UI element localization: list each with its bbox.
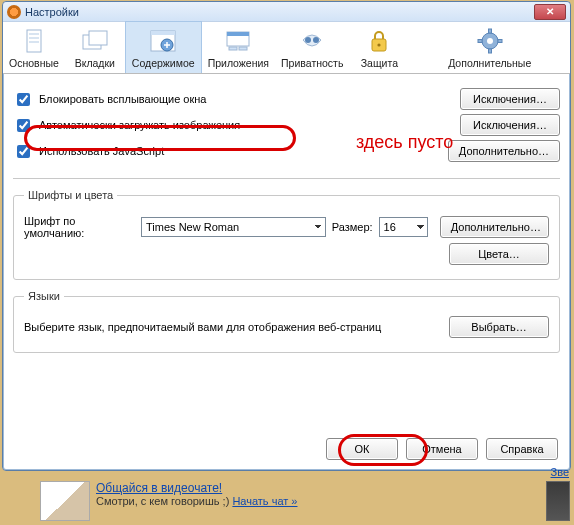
tab-label: Приватность xyxy=(281,57,343,69)
tab-advanced[interactable]: Дополнительные xyxy=(409,22,570,73)
tab-applications[interactable]: Приложения xyxy=(202,22,275,73)
default-font-select[interactable]: Times New Roman xyxy=(141,217,326,237)
dialog-footer: ОК Отмена Справка xyxy=(326,438,558,460)
help-button[interactable]: Справка xyxy=(486,438,558,460)
auto-images-option[interactable]: Автоматически загружать изображения xyxy=(13,116,240,135)
choose-language-button[interactable]: Выбрать… xyxy=(449,316,549,338)
colors-button[interactable]: Цвета… xyxy=(449,243,549,265)
content-panel: Блокировать всплывающие окна Исключения…… xyxy=(3,74,570,371)
window-title: Настройки xyxy=(25,6,534,18)
group-languages: Языки Выберите язык, предпочитаемый вами… xyxy=(13,290,560,353)
ad-block: Общайся в видеочате! Смотри, с кем говор… xyxy=(40,481,540,521)
default-font-label: Шрифт по умолчанию: xyxy=(24,215,135,239)
hint-empty-here: здесь пусто xyxy=(356,132,453,153)
svg-rect-20 xyxy=(488,49,491,53)
tab-security[interactable]: Защита xyxy=(349,22,409,73)
block-popups-option[interactable]: Блокировать всплывающие окна xyxy=(13,90,206,109)
fonts-advanced-button[interactable]: Дополнительно… xyxy=(440,216,549,238)
lock-icon xyxy=(363,27,395,55)
advanced-js-button[interactable]: Дополнительно… xyxy=(448,140,560,162)
ok-button[interactable]: ОК xyxy=(326,438,398,460)
tab-label: Дополнительные xyxy=(415,57,564,69)
langs-legend: Языки xyxy=(24,290,64,302)
svg-point-16 xyxy=(378,43,381,46)
javascript-label: Использовать JavaScript xyxy=(39,145,164,157)
tabs-icon xyxy=(79,27,111,55)
tab-label: Основные xyxy=(9,57,59,69)
svg-rect-21 xyxy=(478,40,482,43)
svg-rect-22 xyxy=(498,40,502,43)
svg-point-18 xyxy=(487,38,493,44)
svg-point-14 xyxy=(313,37,319,43)
svg-rect-10 xyxy=(227,32,249,36)
size-label: Размер: xyxy=(332,221,373,233)
group-content-settings: Блокировать всплывающие окна Исключения…… xyxy=(13,82,560,179)
javascript-checkbox[interactable] xyxy=(17,145,30,158)
ad-start-link[interactable]: Начать чат » xyxy=(232,495,297,507)
svg-rect-7 xyxy=(151,31,175,35)
svg-rect-11 xyxy=(229,47,237,50)
svg-rect-5 xyxy=(89,31,107,45)
gear-icon xyxy=(474,27,506,55)
svg-rect-19 xyxy=(488,29,491,33)
auto-images-checkbox[interactable] xyxy=(17,119,30,132)
tab-general[interactable]: Основные xyxy=(3,22,65,73)
block-popups-label: Блокировать всплывающие окна xyxy=(39,93,206,105)
exceptions-popups-button[interactable]: Исключения… xyxy=(460,88,560,110)
tab-content[interactable]: Содержимое xyxy=(125,21,202,73)
settings-toolbar: Основные Вкладки Содержимое Приложения П… xyxy=(3,22,570,74)
ad-right-thumb: Зве xyxy=(546,481,570,521)
privacy-icon xyxy=(296,27,328,55)
block-popups-checkbox[interactable] xyxy=(17,93,30,106)
ad-title-link[interactable]: Общайся в видеочате! xyxy=(96,481,222,495)
fonts-legend: Шрифты и цвета xyxy=(24,189,117,201)
tab-label: Вкладки xyxy=(71,57,119,69)
svg-rect-1 xyxy=(29,33,39,35)
titlebar[interactable]: Настройки ✕ xyxy=(3,2,570,22)
cancel-button[interactable]: Отмена xyxy=(406,438,478,460)
ad-thumb xyxy=(40,481,90,521)
svg-rect-12 xyxy=(239,47,247,50)
app-icon xyxy=(7,5,21,19)
font-size-select[interactable]: 16 xyxy=(379,217,428,237)
exceptions-images-button[interactable]: Исключения… xyxy=(460,114,560,136)
tab-tabs[interactable]: Вкладки xyxy=(65,22,125,73)
svg-point-13 xyxy=(305,37,311,43)
tab-label: Защита xyxy=(355,57,403,69)
auto-images-label: Автоматически загружать изображения xyxy=(39,119,240,131)
tab-label: Приложения xyxy=(208,57,269,69)
tab-privacy[interactable]: Приватность xyxy=(275,22,349,73)
apps-icon xyxy=(222,27,254,55)
settings-window: Настройки ✕ Основные Вкладки Содержимое xyxy=(2,1,571,471)
javascript-option[interactable]: Использовать JavaScript xyxy=(13,142,164,161)
group-fonts: Шрифты и цвета Шрифт по умолчанию: Times… xyxy=(13,189,560,280)
ad-sub-text: Смотри, с кем говоришь ;) xyxy=(96,495,232,507)
langs-description: Выберите язык, предпочитаемый вами для о… xyxy=(24,321,381,333)
general-icon xyxy=(18,27,50,55)
close-button[interactable]: ✕ xyxy=(534,4,566,20)
ad-right-label: Зве xyxy=(551,466,569,478)
content-icon xyxy=(147,27,179,55)
svg-rect-2 xyxy=(29,37,39,39)
tab-label: Содержимое xyxy=(132,57,195,69)
svg-rect-3 xyxy=(29,41,39,43)
